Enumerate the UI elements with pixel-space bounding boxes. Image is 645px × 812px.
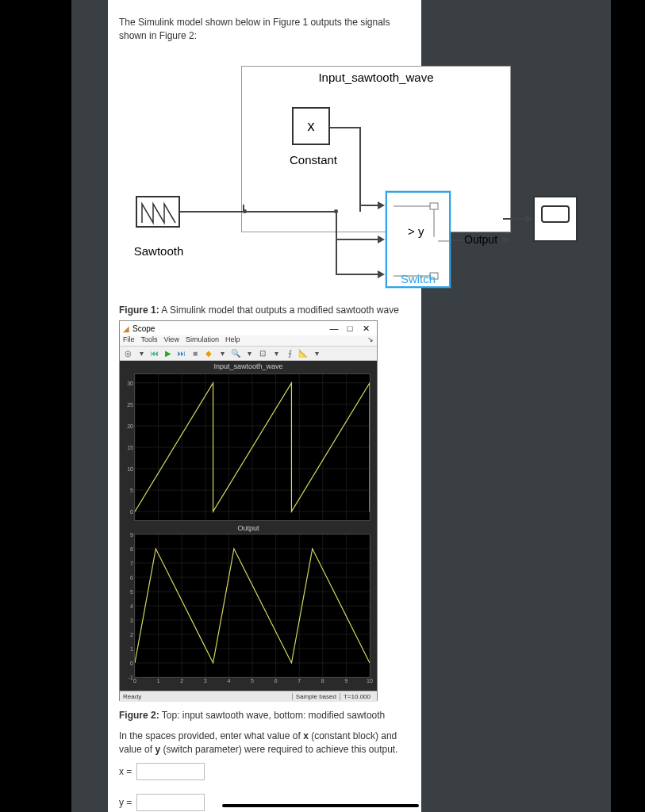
figure-1-caption-label: Figure 1: (119, 304, 159, 316)
close-button[interactable]: ✕ (358, 324, 374, 334)
figure-1-caption-text: A Simulink model that outputs a modified… (159, 304, 399, 316)
toolbar-dropdown-icon[interactable]: ▾ (136, 348, 147, 359)
toolbar-sep2: ▾ (244, 348, 255, 359)
answer-row-y: y = (119, 794, 205, 811)
x-label: x = (119, 766, 132, 777)
figure-1-diagram: Input_sawtooth_wave x Constant Sawtooth … (119, 59, 595, 297)
scope-body: Input_sawtooth_wave 051015202530 Output … (120, 361, 377, 691)
menu-help[interactable]: Help (225, 335, 240, 346)
intro-text: The Simulink model shown below in Figure… (119, 16, 413, 43)
toolbar-sep: ▾ (217, 348, 228, 359)
instr-pre: In the spaces provided, enter what value… (119, 730, 303, 741)
chart2-title: Output (120, 523, 377, 534)
chart-output: -10123456789012345678910 (134, 534, 370, 678)
minimize-button[interactable]: — (326, 324, 342, 333)
switch-condition-text: > y (408, 224, 424, 238)
constant-block: x (292, 107, 330, 145)
scope-menubar: File Tools View Simulation Help ↘ (120, 335, 377, 347)
sawtooth-block (136, 196, 180, 228)
scope-status-bar: Ready Sample basedT=10.000 (120, 691, 377, 702)
scope-window: ◢ Scope — □ ✕ File Tools View Simulation… (119, 320, 378, 701)
chart1-title: Input_sawtooth_wave (120, 361, 377, 372)
toolbar-run-icon[interactable]: ▶ (163, 348, 174, 359)
toolbar-settings-icon[interactable]: ◎ (122, 348, 133, 359)
maximize-button[interactable]: □ (342, 324, 358, 333)
figure-2-caption-label: Figure 2: (119, 710, 159, 721)
scope-screen-icon (541, 205, 570, 223)
scope-titlebar: ◢ Scope — □ ✕ (120, 321, 377, 335)
menu-expand-icon[interactable]: ↘ (367, 335, 374, 346)
status-sample: Sample based (292, 693, 340, 700)
figure-1-caption: Figure 1: A Simulink model that outputs … (119, 304, 413, 316)
toolbar-zoom-icon[interactable]: 🔍 (230, 348, 241, 359)
y-input[interactable] (136, 794, 205, 811)
sawtooth-icon (137, 197, 182, 229)
input-subsystem-title: Input_sawtooth_wave (241, 71, 511, 84)
menu-view[interactable]: View (164, 335, 179, 346)
toolbar-step-fwd-icon[interactable]: ⏭ (176, 348, 187, 359)
figure-2-caption-text: Top: input sawtooth wave, bottom: modifi… (159, 710, 386, 721)
status-time: T=10.000 (340, 693, 374, 700)
sawtooth-label: Sawtooth (127, 244, 190, 258)
constant-value-text: x (308, 118, 315, 135)
figure-2-caption: Figure 2: Top: input sawtooth wave, bott… (119, 710, 413, 721)
scope-block (533, 196, 578, 242)
input-subsystem-box (241, 66, 511, 232)
scope-toolbar: ◎ ▾ ⏮ ▶ ⏭ ■ ◆ ▾ 🔍 ▾ ⊡ ▾ ⨍ 📐 ▾ (120, 347, 377, 361)
x-input[interactable] (136, 763, 205, 780)
instr-post: (switch parameter) were required to achi… (160, 744, 397, 755)
toolbar-measure-icon[interactable]: 📐 (298, 348, 309, 359)
y-label: y = (119, 797, 132, 808)
toolbar-stop-icon[interactable]: ■ (190, 348, 201, 359)
switch-label: Switch (386, 272, 451, 285)
answer-row-x: x = (119, 763, 205, 780)
toolbar-cursor-icon[interactable]: ⨍ (284, 348, 295, 359)
scope-title-text: Scope (132, 324, 155, 333)
instr-x: x (303, 730, 309, 741)
toolbar-sep3: ▾ (271, 348, 282, 359)
menu-simulation[interactable]: Simulation (186, 335, 219, 346)
home-indicator (222, 804, 419, 807)
instruction-text: In the spaces provided, enter what value… (119, 730, 413, 756)
constant-label: Constant (278, 153, 349, 167)
toolbar-highlight-icon[interactable]: ◆ (203, 348, 214, 359)
svg-rect-0 (430, 203, 438, 209)
toolbar-step-back-icon[interactable]: ⏮ (149, 348, 160, 359)
status-ready: Ready (123, 693, 141, 700)
output-label: Output (464, 233, 497, 246)
toolbar-autoscale-icon[interactable]: ⊡ (257, 348, 268, 359)
matlab-icon: ◢ (123, 324, 129, 333)
menu-tools[interactable]: Tools (141, 335, 158, 346)
toolbar-sep4: ▾ (311, 348, 322, 359)
menu-file[interactable]: File (123, 335, 135, 346)
chart-input-sawtooth: 051015202530 (134, 373, 370, 521)
